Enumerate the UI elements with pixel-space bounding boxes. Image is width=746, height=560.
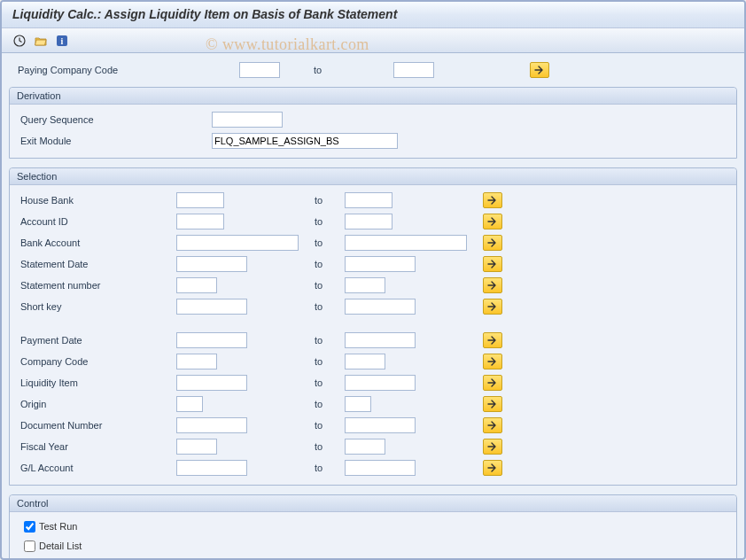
to-label: to <box>287 65 393 75</box>
account-id-from-input[interactable] <box>176 214 224 229</box>
fiscal-year-to-input[interactable] <box>345 439 385 455</box>
arrow-right-icon <box>487 421 498 430</box>
multiple-selection-button[interactable] <box>483 332 502 348</box>
company-code-to-input[interactable] <box>345 354 385 369</box>
to-label: to <box>309 216 345 227</box>
exit-module-row: Exit Module <box>17 131 729 151</box>
arrow-right-icon <box>487 463 498 472</box>
to-label: to <box>309 420 345 431</box>
to-label: to <box>309 335 345 346</box>
title-bar: Liquidity Calc.: Assign Liquidity Item o… <box>2 2 744 28</box>
multiple-selection-button[interactable] <box>483 354 502 369</box>
multiple-selection-button[interactable] <box>483 277 502 293</box>
app-toolbar: i <box>2 28 744 53</box>
fiscal-year-row: Fiscal Yearto <box>17 437 729 456</box>
folder-open-icon <box>35 35 47 47</box>
gl-account-label: G/L Account <box>17 463 176 473</box>
detail-list-checkbox[interactable] <box>24 541 35 552</box>
arrow-right-icon <box>487 260 498 268</box>
multiple-selection-button[interactable] <box>483 235 502 251</box>
liq-item-row: Liquidity Itemto <box>17 373 729 393</box>
paying-company-code-to-input[interactable] <box>393 62 434 78</box>
multiple-selection-button[interactable] <box>483 214 502 229</box>
to-label: to <box>309 356 345 367</box>
house-bank-from-input[interactable] <box>176 192 224 208</box>
multiple-selection-button[interactable] <box>483 417 502 433</box>
app-window: Liquidity Calc.: Assign Liquidity Item o… <box>0 0 746 560</box>
multiple-selection-button[interactable] <box>483 256 502 272</box>
to-label: to <box>309 195 345 206</box>
short-key-row: Short keyto <box>17 297 729 316</box>
clock-check-icon <box>13 35 26 47</box>
doc-number-from-input[interactable] <box>176 417 247 433</box>
paying-company-code-row: Paying Company Code to <box>9 58 737 85</box>
to-label: to <box>309 280 345 291</box>
liq-item-to-input[interactable] <box>345 375 416 391</box>
liq-item-from-input[interactable] <box>176 375 247 391</box>
payment-date-to-input[interactable] <box>345 332 416 348</box>
payment-date-row: Payment Dateto <box>17 331 729 350</box>
doc-number-label: Document Number <box>17 420 176 431</box>
origin-from-input[interactable] <box>176 396 203 412</box>
test-run-checkbox[interactable] <box>24 521 35 533</box>
stmt-number-row: Statement numberto <box>17 276 729 295</box>
short-key-from-input[interactable] <box>176 299 247 315</box>
info-button[interactable]: i <box>53 33 71 49</box>
company-code-row: Company Codeto <box>17 352 729 371</box>
stmt-number-to-input[interactable] <box>345 277 385 293</box>
derivation-group: Derivation Query Sequence Exit Module <box>9 87 737 159</box>
stmt-date-row: Statement Dateto <box>17 254 729 274</box>
arrow-right-icon <box>487 400 498 408</box>
multiple-selection-button[interactable] <box>530 62 549 78</box>
arrow-right-icon <box>487 281 498 290</box>
stmt-number-from-input[interactable] <box>176 277 217 293</box>
gl-account-row: G/L Accountto <box>17 458 729 478</box>
account-id-label: Account ID <box>17 216 176 227</box>
selection-title: Selection <box>10 168 736 185</box>
doc-number-to-input[interactable] <box>345 417 416 433</box>
account-id-to-input[interactable] <box>345 214 392 229</box>
stmt-number-label: Statement number <box>17 280 176 291</box>
multiple-selection-button[interactable] <box>483 192 502 208</box>
doc-number-row: Document Numberto <box>17 416 729 435</box>
company-code-label: Company Code <box>17 356 176 367</box>
exit-module-label: Exit Module <box>17 136 212 146</box>
multiple-selection-button[interactable] <box>483 299 502 315</box>
multiple-selection-button[interactable] <box>483 439 502 455</box>
arrow-right-icon <box>487 217 498 226</box>
short-key-label: Short key <box>17 301 176 312</box>
exit-module-input[interactable] <box>212 133 398 149</box>
payment-date-from-input[interactable] <box>176 332 247 348</box>
origin-to-input[interactable] <box>345 396 371 412</box>
house-bank-to-input[interactable] <box>345 192 392 208</box>
arrow-right-icon <box>487 442 498 451</box>
company-code-from-input[interactable] <box>176 354 217 369</box>
paying-company-code-label: Paying Company Code <box>18 65 239 75</box>
multiple-selection-button[interactable] <box>483 460 502 476</box>
detail-list-label[interactable]: Detail List <box>39 541 82 551</box>
fiscal-year-from-input[interactable] <box>176 439 217 455</box>
bank-account-from-input[interactable] <box>176 235 299 251</box>
variant-button[interactable] <box>32 33 50 49</box>
account-id-row: Account IDto <box>17 212 729 231</box>
stmt-date-from-input[interactable] <box>176 256 247 272</box>
payment-date-label: Payment Date <box>17 335 176 346</box>
bank-account-label: Bank Account <box>17 237 176 248</box>
gl-account-from-input[interactable] <box>176 460 247 476</box>
bank-account-to-input[interactable] <box>345 235 467 251</box>
gl-account-to-input[interactable] <box>345 460 416 476</box>
paying-company-code-from-input[interactable] <box>239 62 280 78</box>
origin-row: Originto <box>17 394 729 414</box>
origin-label: Origin <box>17 399 176 409</box>
test-run-label[interactable]: Test Run <box>39 521 77 532</box>
stmt-date-label: Statement Date <box>17 259 176 269</box>
to-label: to <box>309 259 345 269</box>
short-key-to-input[interactable] <box>345 299 416 315</box>
query-sequence-input[interactable] <box>212 112 283 128</box>
execute-button[interactable] <box>11 33 28 49</box>
stmt-date-to-input[interactable] <box>345 256 416 272</box>
multiple-selection-button[interactable] <box>483 375 502 391</box>
arrow-right-icon <box>487 357 498 366</box>
arrow-right-icon <box>487 378 498 387</box>
multiple-selection-button[interactable] <box>483 396 502 412</box>
